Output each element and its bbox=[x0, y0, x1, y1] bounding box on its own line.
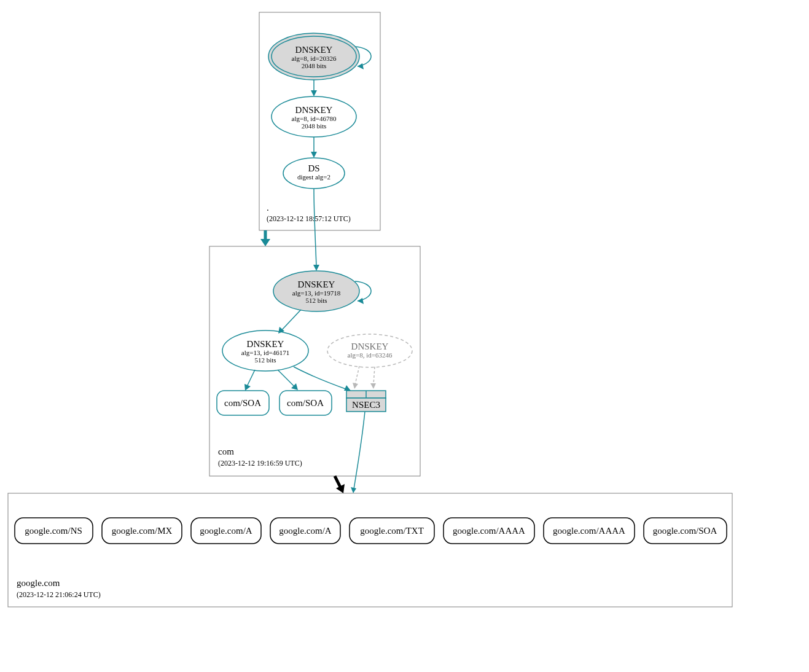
svg-text:google.com/NS: google.com/NS bbox=[25, 526, 82, 536]
svg-text:DNSKEY: DNSKEY bbox=[295, 45, 333, 55]
svg-text:2048 bits: 2048 bits bbox=[302, 122, 327, 130]
svg-text:google.com/MX: google.com/MX bbox=[112, 526, 173, 536]
svg-text:google.com/A: google.com/A bbox=[279, 526, 332, 536]
node-google-soa: google.com/SOA bbox=[644, 518, 727, 544]
svg-marker-48 bbox=[311, 90, 317, 96]
svg-marker-56 bbox=[344, 385, 351, 391]
svg-text:alg=8, id=63246: alg=8, id=63246 bbox=[348, 351, 393, 359]
dnssec-diagram: . (2023-12-12 18:57:12 UTC) com (2023-12… bbox=[0, 0, 809, 672]
zone-google-box bbox=[8, 493, 732, 607]
zone-root-time: (2023-12-12 18:57:12 UTC) bbox=[267, 214, 351, 223]
svg-text:google.com/SOA: google.com/SOA bbox=[653, 526, 717, 536]
node-root-ds: DS digest alg=2 bbox=[283, 158, 345, 189]
svg-text:alg=13, id=46171: alg=13, id=46171 bbox=[241, 349, 289, 356]
svg-text:512 bits: 512 bits bbox=[305, 297, 327, 304]
zone-root-label: . bbox=[267, 203, 269, 213]
svg-marker-52 bbox=[358, 298, 364, 304]
edge-ds-to-com-ksk bbox=[314, 189, 316, 267]
svg-text:google.com/AAAA: google.com/AAAA bbox=[553, 526, 625, 536]
svg-text:NSEC3: NSEC3 bbox=[352, 400, 380, 410]
zone-com-label: com bbox=[218, 447, 234, 456]
svg-marker-49 bbox=[311, 152, 317, 158]
zone-google-time: (2023-12-12 21:06:24 UTC) bbox=[17, 590, 101, 599]
svg-text:alg=13, id=19718: alg=13, id=19718 bbox=[292, 289, 341, 297]
node-google-a-1: google.com/A bbox=[191, 518, 261, 544]
zone-com-time: (2023-12-12 19:16:59 UTC) bbox=[218, 459, 302, 467]
svg-text:google.com/TXT: google.com/TXT bbox=[360, 526, 424, 536]
node-google-txt: google.com/TXT bbox=[350, 518, 434, 544]
node-google-aaaa-1: google.com/AAAA bbox=[444, 518, 534, 544]
svg-text:DS: DS bbox=[308, 163, 319, 173]
svg-text:DNSKEY: DNSKEY bbox=[351, 342, 389, 351]
svg-text:2048 bits: 2048 bits bbox=[302, 62, 327, 69]
node-google-ns: google.com/NS bbox=[15, 518, 93, 544]
node-google-aaaa-2: google.com/AAAA bbox=[544, 518, 635, 544]
node-google-mx: google.com/MX bbox=[102, 518, 182, 544]
svg-text:com/SOA: com/SOA bbox=[287, 398, 324, 408]
svg-marker-50 bbox=[260, 239, 270, 246]
svg-marker-57 bbox=[353, 383, 358, 389]
edge-nsec3-to-google bbox=[354, 412, 365, 489]
svg-text:DNSKEY: DNSKEY bbox=[298, 279, 335, 289]
node-com-ksk: DNSKEY alg=13, id=19718 512 bits bbox=[273, 271, 359, 311]
svg-text:DNSKEY: DNSKEY bbox=[295, 105, 333, 115]
svg-text:DNSKEY: DNSKEY bbox=[247, 339, 284, 349]
svg-text:google.com/A: google.com/A bbox=[200, 526, 252, 536]
node-com-soa-2: com/SOA bbox=[279, 391, 332, 415]
node-root-zsk: DNSKEY alg=8, id=46780 2048 bits bbox=[272, 96, 356, 137]
node-com-zsk: DNSKEY alg=13, id=46171 512 bits bbox=[222, 330, 308, 371]
svg-text:com/SOA: com/SOA bbox=[224, 398, 261, 408]
node-google-a-2: google.com/A bbox=[270, 518, 340, 544]
node-root-ksk: DNSKEY alg=8, id=20326 2048 bits bbox=[268, 33, 359, 80]
svg-marker-58 bbox=[370, 383, 376, 389]
svg-marker-51 bbox=[313, 265, 319, 271]
svg-marker-60 bbox=[351, 487, 356, 493]
svg-text:512 bits: 512 bits bbox=[254, 356, 276, 364]
svg-text:google.com/AAAA: google.com/AAAA bbox=[453, 526, 525, 536]
svg-marker-47 bbox=[358, 63, 364, 69]
node-nsec3: NSEC3 bbox=[346, 391, 386, 412]
zone-google-label: google.com bbox=[17, 578, 60, 588]
node-com-old-key: DNSKEY alg=8, id=63246 bbox=[327, 334, 412, 367]
svg-text:alg=8, id=46780: alg=8, id=46780 bbox=[292, 115, 337, 122]
svg-text:digest alg=2: digest alg=2 bbox=[297, 173, 330, 181]
svg-text:alg=8, id=20326: alg=8, id=20326 bbox=[292, 55, 337, 62]
node-com-soa-1: com/SOA bbox=[217, 391, 269, 415]
